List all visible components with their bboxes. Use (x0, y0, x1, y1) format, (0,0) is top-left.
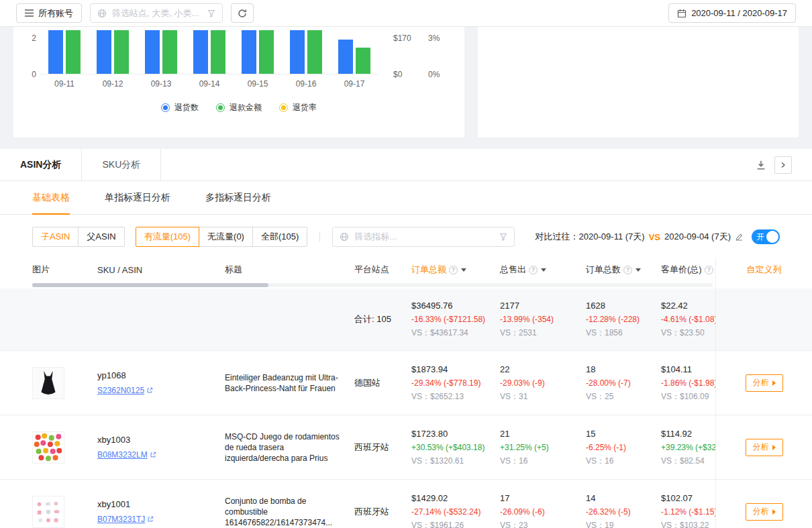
compare-section: 对比过往： 2020-09-11 (7天) VS 2020-09-04 (7天)… (536, 229, 780, 244)
metric-value: 1628 (586, 299, 661, 313)
cell-total: $1723.80+30.53% (+$403.18)VS：$1320.61 (411, 427, 500, 468)
expand-button[interactable] (774, 156, 792, 174)
refresh-button[interactable] (231, 3, 254, 23)
toggle-无流量(0)[interactable]: 无流量(0) (199, 227, 253, 247)
bar-group (330, 31, 378, 74)
tab-SKU分析[interactable]: SKU分析 (82, 149, 161, 180)
column-header-orders[interactable]: 订单总数? (586, 264, 661, 276)
compare-switch[interactable]: 开 (752, 229, 780, 244)
date-range-button[interactable]: 2020-09-11 / 2020-09-17 (668, 3, 796, 23)
product-image[interactable] (32, 496, 64, 528)
tab-ASIN分析[interactable]: ASIN分析 (0, 149, 82, 180)
metric-filter-placeholder: 筛选指标... (354, 231, 397, 243)
topbar: 所有账号 筛选站点, 大类, 小类... 2020-09-11 / 2020-0… (0, 0, 812, 27)
custom-columns-button[interactable]: 自定义列 (716, 258, 812, 282)
toggle-有流量(105)[interactable]: 有流量(105) (136, 227, 199, 247)
product-title: Conjunto de bomba de combustible 1614676… (225, 496, 354, 528)
sort-caret-icon[interactable] (636, 268, 641, 272)
help-icon[interactable]: ? (529, 266, 538, 274)
toggle-全部(105)[interactable]: 全部(105) (252, 227, 307, 247)
analyze-button[interactable]: 分析 (746, 503, 783, 521)
help-icon[interactable]: ? (449, 266, 458, 274)
scrollbar-thumb[interactable] (32, 283, 268, 287)
compare-current-range: 2020-09-11 (7天) (579, 231, 645, 243)
returns-chart-card: 2 0 09-1109-1209-1309-1409-1509-1609-17 … (13, 27, 464, 138)
y2-axis-money-tick: $0 (393, 70, 402, 79)
asin-link[interactable]: B08M3232LM (97, 450, 156, 460)
bar-退款金额-09-11 (66, 30, 81, 74)
bar-退货数-09-16 (290, 30, 305, 74)
sku-text: xby1001 (97, 499, 225, 509)
analyze-button[interactable]: 分析 (746, 374, 783, 392)
column-header-total[interactable]: 订单总额? (411, 264, 500, 276)
bar-group (137, 31, 185, 74)
metric-value: $102.07 (661, 492, 715, 505)
legend-item-退货数[interactable]: 退货数 (161, 102, 199, 113)
y-axis-tick: 0 (26, 70, 36, 79)
globe-icon (97, 9, 107, 18)
sort-caret-icon[interactable] (541, 268, 546, 272)
toggle-父ASIN[interactable]: 父ASIN (78, 227, 124, 247)
table-row: yp1068S2362N0125 Einteiliger Badeanzug m… (0, 350, 715, 415)
metric-vs: VS：23 (500, 519, 586, 528)
bar-退款金额-09-12 (114, 30, 129, 74)
sort-caret-icon[interactable] (461, 268, 466, 272)
column-header-price: 客单价(总)? (661, 264, 715, 276)
all-accounts-button[interactable]: 所有账号 (16, 3, 82, 23)
asin-link[interactable]: B07M3231TJ (97, 515, 154, 524)
column-label: SKU / ASIN (97, 265, 142, 275)
bar-退货数-09-12 (97, 30, 111, 74)
legend-item-退款金额[interactable]: 退款金额 (216, 102, 262, 113)
product-image[interactable] (32, 431, 64, 464)
metric-change: -16.33% (-$7121.58) (411, 313, 500, 326)
metric-vs: VS：19 (586, 519, 661, 528)
help-icon[interactable]: ? (623, 266, 632, 274)
fixed-column-body: 分析分析分析 (716, 350, 812, 528)
column-header-sold[interactable]: 总售出? (500, 264, 586, 276)
help-icon[interactable]: ? (705, 266, 713, 274)
metric-value: $1429.02 (411, 492, 500, 505)
bar-退款金额-09-17 (356, 48, 370, 74)
toggle-子ASIN[interactable]: 子ASIN (32, 227, 79, 247)
secondary-chart-card (478, 27, 799, 138)
site-text: 西班牙站 (354, 441, 411, 454)
product-image[interactable] (32, 367, 64, 399)
asin-link[interactable]: S2362N0125 (97, 386, 153, 395)
horizontal-scrollbar[interactable] (32, 283, 713, 287)
subtab-多指标逐日分析[interactable]: 多指标逐日分析 (205, 181, 271, 214)
column-header-title: 标题 (225, 264, 354, 276)
metric-value: 14 (586, 492, 661, 505)
x-axis-label: 09-17 (330, 79, 378, 89)
metric-change: -26.09% (-6) (500, 505, 586, 519)
metric-filter-input[interactable]: 筛选指标... (332, 227, 515, 247)
row-actions: 分析 (716, 415, 812, 479)
metric-change: -6.25% (-1) (586, 441, 661, 454)
product-title: Einteiliger Badeanzug mit Ultra-Back-Pri… (225, 372, 354, 394)
subtab-单指标逐日分析[interactable]: 单指标逐日分析 (105, 181, 170, 214)
column-label: 订单总额 (411, 264, 446, 276)
site-text: 西班牙站 (354, 506, 411, 518)
bar-退货数-09-14 (193, 30, 208, 74)
asin-table: 图片SKU / ASIN标题平台站点订单总额?总售出?订单总数?客单价(总)? … (0, 258, 812, 528)
analyze-button[interactable]: 分析 (746, 439, 783, 456)
site-filter-input[interactable]: 筛选站点, 大类, 小类... (90, 3, 223, 23)
legend-item-退货率[interactable]: 退货率 (279, 102, 317, 113)
analysis-panel: ASIN分析SKU分析 基础表格单指标逐日分析多指标逐日分析 子ASIN父ASI… (0, 149, 812, 528)
sku-text: yp1068 (97, 370, 225, 380)
legend-label: 退款金额 (230, 102, 262, 113)
metric-change: -12.28% (-228) (586, 313, 661, 326)
legend-dot-icon (161, 103, 170, 112)
metric-vs: VS：$23.50 (661, 326, 715, 339)
legend-dot-icon (216, 103, 225, 112)
edit-icon[interactable] (735, 233, 744, 242)
metric-change: +31.25% (+5) (500, 441, 586, 454)
metric-vs: VS：1856 (586, 326, 661, 339)
metric-change: -1.86% (-$1.98) (661, 376, 715, 390)
metric-change: -4.61% (-$1.08) (661, 313, 715, 326)
subtab-基础表格[interactable]: 基础表格 (32, 181, 70, 214)
subtabs-bar: 基础表格单指标逐日分析多指标逐日分析 (0, 181, 812, 215)
row-actions: 分析 (716, 479, 812, 528)
cell-total: $1429.02-27.14% (-$532.24)VS：$1961.26 (411, 492, 500, 528)
metric-value: $1873.94 (411, 363, 500, 376)
download-button[interactable] (756, 160, 766, 170)
